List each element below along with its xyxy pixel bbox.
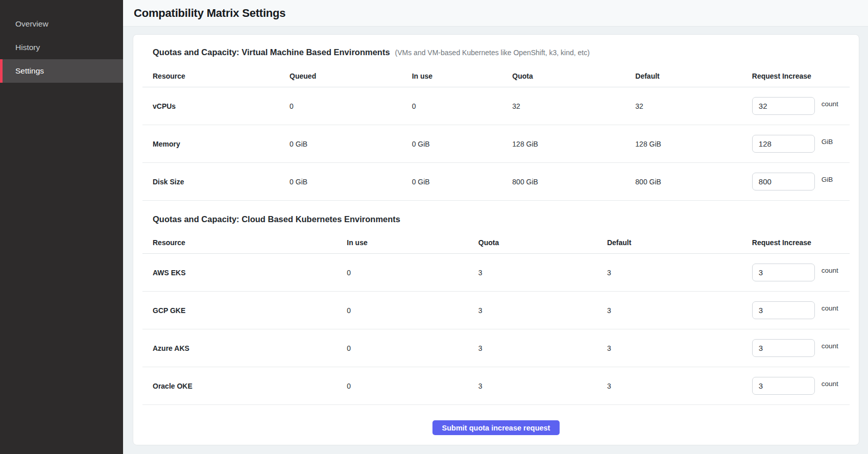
cell-default: 3 (607, 269, 752, 277)
column-header-default: Default (635, 72, 752, 80)
cell-default: 3 (607, 344, 752, 352)
cell-default: 3 (607, 306, 752, 315)
disk-size-request-input[interactable] (752, 173, 815, 190)
column-header-in-use: In use (347, 238, 478, 247)
request-increase-cell: count (752, 377, 850, 395)
cell-quota: 800 GiB (512, 178, 635, 186)
resource-name: GCP GKE (142, 306, 347, 315)
cell-in-use: 0 GiB (412, 140, 513, 148)
resource-name: AWS EKS (142, 269, 347, 277)
request-increase-cell: GiB (752, 173, 850, 190)
column-header-request-increase: Request Increase (752, 238, 850, 247)
column-header-queued: Queued (290, 72, 412, 80)
column-header-request-increase: Request Increase (752, 72, 850, 80)
cloud-section-title: Quotas and Capacity: Cloud Based Kuberne… (153, 213, 400, 225)
cell-quota: 128 GiB (512, 140, 635, 148)
sidebar-item-overview[interactable]: Overview (0, 12, 123, 36)
cell-in-use: 0 (347, 344, 478, 352)
resource-name: Oracle OKE (142, 382, 347, 390)
azure-aks-request-input[interactable] (752, 339, 815, 357)
settings-card: Quotas and Capacity: Virtual Machine Bas… (133, 34, 859, 445)
request-increase-cell: GiB (752, 135, 850, 153)
cell-quota: 32 (512, 102, 635, 110)
unit-label: count (822, 380, 838, 388)
cell-quota: 3 (478, 306, 607, 315)
cell-in-use: 0 (412, 102, 513, 110)
table-row-oracle-oke: Oracle OKE 0 3 3 count (142, 367, 850, 405)
cell-default: 3 (607, 382, 752, 390)
table-row-azure-aks: Azure AKS 0 3 3 count (142, 329, 850, 367)
unit-label: count (822, 100, 838, 108)
memory-request-input[interactable] (752, 135, 815, 153)
request-increase-cell: count (752, 339, 850, 357)
cell-default: 32 (635, 102, 752, 110)
resource-name: Memory (142, 140, 290, 148)
cell-quota: 3 (478, 269, 607, 277)
submit-quota-increase-button[interactable]: Submit quota increase request (432, 420, 560, 435)
sidebar: Overview History Settings (0, 0, 123, 454)
sidebar-item-label: Settings (15, 66, 44, 76)
sidebar-item-settings[interactable]: Settings (0, 59, 123, 83)
table-row-vcpus: vCPUs 0 0 32 32 count (142, 87, 850, 125)
sidebar-item-history[interactable]: History (0, 36, 123, 59)
main-content: Compatibility Matrix Settings Quotas and… (123, 0, 868, 454)
sidebar-item-label: History (15, 43, 40, 52)
table-row-aws-eks: AWS EKS 0 3 3 count (142, 254, 850, 292)
unit-label: GiB (822, 138, 833, 146)
cell-queued: 0 (290, 102, 412, 110)
cell-in-use: 0 (347, 382, 478, 390)
table-row-memory: Memory 0 GiB 0 GiB 128 GiB 128 GiB GiB (142, 125, 850, 163)
column-header-resource: Resource (142, 238, 347, 247)
column-header-quota: Quota (512, 72, 635, 80)
card-footer: Submit quota increase request (142, 405, 850, 435)
page-header: Compatibility Matrix Settings (123, 0, 868, 27)
unit-label: count (822, 304, 838, 312)
vm-section-title: Quotas and Capacity: Virtual Machine Bas… (153, 46, 390, 58)
request-increase-cell: count (752, 97, 850, 115)
unit-label: count (822, 267, 838, 274)
column-header-resource: Resource (142, 72, 290, 80)
column-header-quota: Quota (478, 238, 607, 247)
resource-name: vCPUs (142, 102, 290, 110)
cloud-table-header: Resource In use Quota Default Request In… (142, 231, 850, 254)
table-row-gcp-gke: GCP GKE 0 3 3 count (142, 292, 850, 329)
column-header-in-use: In use (412, 72, 513, 80)
cell-default: 128 GiB (635, 140, 752, 148)
page-title: Compatibility Matrix Settings (134, 7, 285, 20)
cell-queued: 0 GiB (290, 178, 412, 186)
request-increase-cell: count (752, 301, 850, 319)
oracle-oke-request-input[interactable] (752, 377, 815, 395)
cell-in-use: 0 (347, 269, 478, 277)
cell-default: 800 GiB (635, 178, 752, 186)
vm-section-header: Quotas and Capacity: Virtual Machine Bas… (142, 46, 850, 59)
cloud-section-header: Quotas and Capacity: Cloud Based Kuberne… (142, 213, 850, 225)
vm-section-subtitle: (VMs and VM-based Kubernetes like OpenSh… (395, 46, 590, 59)
unit-label: GiB (822, 176, 833, 183)
unit-label: count (822, 342, 838, 350)
resource-name: Azure AKS (142, 344, 347, 352)
column-header-default: Default (607, 238, 752, 247)
vcpus-request-input[interactable] (752, 97, 815, 115)
cell-in-use: 0 (347, 306, 478, 315)
aws-eks-request-input[interactable] (752, 264, 815, 281)
cell-quota: 3 (478, 382, 607, 390)
cell-quota: 3 (478, 344, 607, 352)
table-row-disk-size: Disk Size 0 GiB 0 GiB 800 GiB 800 GiB Gi… (142, 163, 850, 201)
cell-queued: 0 GiB (290, 140, 412, 148)
gcp-gke-request-input[interactable] (752, 301, 815, 319)
request-increase-cell: count (752, 264, 850, 281)
resource-name: Disk Size (142, 178, 290, 186)
cell-in-use: 0 GiB (412, 178, 513, 186)
vm-table-header: Resource Queued In use Quota Default Req… (142, 65, 850, 87)
sidebar-item-label: Overview (15, 19, 49, 29)
